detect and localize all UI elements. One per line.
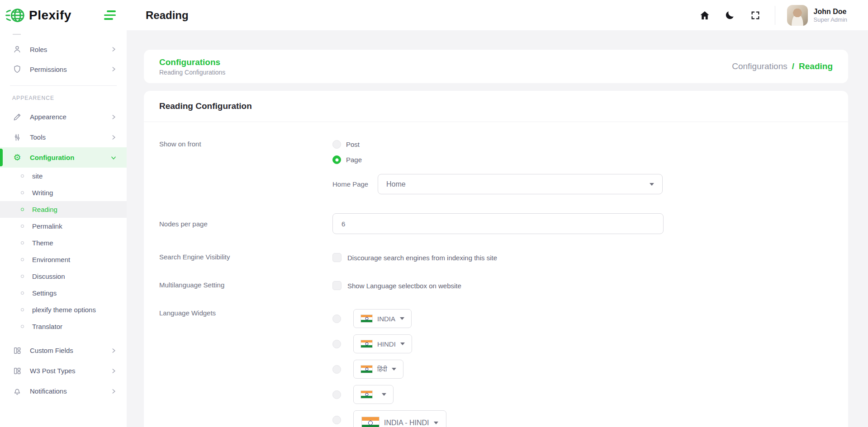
sidebar-subitem-translator[interactable]: Translator (0, 318, 127, 335)
india-flag-icon (360, 365, 373, 373)
checkbox-unchecked-icon[interactable] (332, 253, 342, 262)
user-menu[interactable]: John Doe Super Admin (787, 5, 847, 26)
sidebar-item-notifications[interactable]: Notifications (0, 381, 127, 401)
hamburger-icon[interactable] (102, 9, 118, 22)
sidebar-item-appearence[interactable]: Appearence (0, 107, 127, 127)
sidebar-subitem-site[interactable]: site (0, 168, 127, 184)
caret-down-icon (434, 422, 438, 424)
sidebar-item-label: Custom Fields (30, 347, 110, 354)
brand-name: Plexify (29, 8, 71, 23)
home-page-select[interactable]: Home (378, 174, 663, 194)
sidebar-item-roles[interactable]: Roles (0, 39, 127, 59)
breadcrumb-separator: / (792, 61, 794, 71)
bullet-icon (21, 325, 24, 328)
user-name: John Doe (814, 7, 847, 16)
sidebar-item-label: Appearence (30, 113, 110, 121)
language-widget-button-flag-only[interactable] (353, 385, 394, 404)
chevron-right-icon (110, 66, 117, 72)
radio-unchecked-icon[interactable] (332, 314, 341, 323)
breadcrumb-card: Configurations Reading Configurations Co… (144, 50, 848, 83)
topbar: Plexify Reading (0, 0, 868, 30)
language-widget-button-india[interactable]: INDIA (353, 309, 412, 328)
sidebar-item-custom-fields[interactable]: Custom Fields (0, 340, 127, 361)
search-engine-checkbox-row[interactable]: Discourage search engines from indexing … (332, 253, 833, 262)
caret-down-icon (400, 343, 405, 345)
home-icon[interactable] (699, 9, 711, 21)
sidebar-item-label: Tools (30, 133, 110, 141)
form-row-show-on-front: Show on front Post Page Home P (159, 140, 833, 194)
form-row-multilanguage-setting: Multilanguage Setting Show Language sele… (159, 281, 833, 290)
sidebar-item-permissions[interactable]: Permissions (0, 59, 127, 79)
globe-icon (5, 6, 26, 25)
breadcrumb: Configurations / Reading (732, 61, 833, 71)
fullscreen-icon[interactable] (749, 9, 761, 21)
sidebar-subitem-permalink[interactable]: Permalink (0, 218, 127, 235)
sidebar-subitem-label: Settings (32, 289, 57, 297)
radio-option-page[interactable]: Page (332, 155, 833, 164)
checkbox-label: Discourage search engines from indexing … (347, 254, 497, 262)
bullet-icon (21, 241, 24, 244)
chevron-down-icon (650, 183, 654, 186)
radio-checked-icon[interactable] (332, 155, 341, 164)
sidebar-subitem-reading[interactable]: Reading (0, 201, 127, 218)
language-widget-label: INDIA - HINDI (384, 419, 429, 427)
chevron-right-icon (110, 114, 117, 120)
field-label: Language Widgets (159, 309, 332, 317)
brand-area: Plexify (0, 0, 127, 30)
moon-icon[interactable] (724, 9, 736, 21)
main-content: Configurations Reading Configurations Co… (127, 30, 868, 427)
bullet-icon (21, 291, 24, 295)
sidebar-subitem-writing[interactable]: Writing (0, 184, 127, 201)
caret-down-icon (392, 368, 396, 371)
chevron-down-icon (110, 155, 117, 161)
language-widget-button-hindi-native[interactable]: हिंदी (353, 360, 403, 379)
form-row-search-engine-visibility: Search Engine Visibility Discourage sear… (159, 253, 833, 262)
sidebar-item-label: Notifications (30, 387, 110, 395)
sidebar: Roles Permissions APPEARENCE (0, 30, 127, 427)
gear-icon: ⚙ (12, 153, 22, 163)
breadcrumb-parent[interactable]: Configurations (732, 61, 787, 71)
sidebar-subitem-environment[interactable]: Environment (0, 251, 127, 268)
sidebar-divider (13, 34, 21, 35)
app: Plexify Reading (0, 0, 868, 427)
brand-logo[interactable]: Plexify (5, 6, 71, 25)
sidebar-subitem-label: Environment (32, 256, 70, 263)
topbar-actions: John Doe Super Admin (685, 5, 847, 26)
bullet-icon (21, 191, 24, 194)
bullet-icon (21, 174, 24, 178)
multilanguage-checkbox-row[interactable]: Show Language selectbox on website (332, 281, 833, 290)
sidebar-subitem-settings[interactable]: Settings (0, 285, 127, 301)
radio-unchecked-icon[interactable] (332, 140, 341, 149)
language-widget-button-india-hindi[interactable]: INDIA - HINDI (353, 410, 446, 427)
home-page-label: Home Page (332, 180, 378, 188)
sidebar-subitem-label: Writing (32, 189, 53, 197)
sidebar-subitem-label: Discussion (32, 272, 65, 280)
field-label: Show on front (159, 140, 332, 148)
sidebar-subitem-label: plexify theme options (32, 306, 96, 314)
india-flag-icon (360, 390, 373, 399)
radio-unchecked-icon[interactable] (332, 340, 341, 348)
sidebar-subitem-theme[interactable]: Theme (0, 235, 127, 251)
radio-unchecked-icon[interactable] (332, 390, 341, 399)
sidebar-item-label: Permissions (30, 66, 110, 73)
field-label: Multilanguage Setting (159, 281, 332, 289)
radio-unchecked-icon[interactable] (332, 365, 341, 374)
checkbox-unchecked-icon[interactable] (332, 281, 342, 290)
radio-unchecked-icon[interactable] (332, 416, 341, 424)
breadcrumb-current: Reading (799, 61, 833, 71)
field-label: Nodes per page (159, 220, 332, 228)
sidebar-item-label: Configuration (30, 154, 110, 161)
language-widget-button-hindi[interactable]: HINDI (353, 334, 412, 353)
sidebar-subitem-discussion[interactable]: Discussion (0, 268, 127, 285)
breadcrumb-card-subtitle: Reading Configurations (159, 69, 225, 76)
india-flag-icon (361, 417, 379, 427)
sidebar-item-configuration[interactable]: ⚙ Configuration (0, 147, 127, 168)
sidebar-subitem-plexify-theme-options[interactable]: plexify theme options (0, 301, 127, 318)
radio-label: Post (346, 141, 360, 148)
radio-option-post[interactable]: Post (332, 140, 833, 149)
sidebar-item-w3-post-types[interactable]: W3 Post Types (0, 361, 127, 381)
sidebar-item-tools[interactable]: Tools (0, 127, 127, 147)
nodes-per-page-input[interactable] (332, 213, 664, 234)
bell-icon (12, 386, 22, 396)
bullet-icon (21, 225, 24, 228)
